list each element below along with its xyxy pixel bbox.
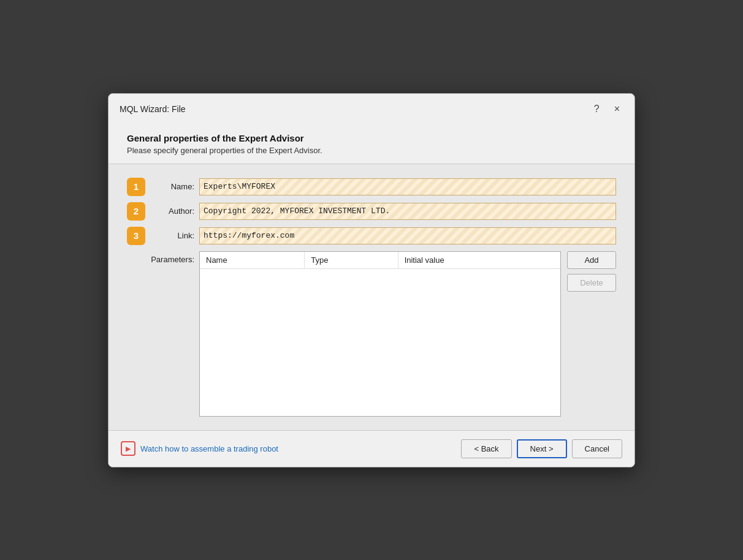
parameters-table-container: Name Type Initial value	[199, 251, 561, 417]
watch-link[interactable]: Watch how to assemble a trading robot	[140, 444, 278, 453]
link-field-row: 3 Link:	[127, 227, 616, 245]
add-button[interactable]: Add	[567, 251, 616, 269]
help-button[interactable]: ?	[590, 102, 603, 116]
next-button[interactable]: Next >	[517, 439, 567, 458]
parameters-table: Name Type Initial value	[200, 252, 560, 269]
header-title: General properties of the Expert Advisor	[127, 133, 616, 143]
step-badge-3: 3	[127, 227, 145, 245]
content-section: 1 Name: 2 Author: 3 Link: Parameters: Na…	[109, 164, 634, 430]
name-input[interactable]	[199, 178, 616, 195]
col-header-name: Name	[200, 252, 305, 269]
cancel-button[interactable]: Cancel	[572, 439, 622, 458]
name-label: Name:	[151, 182, 194, 191]
play-icon: ▶	[126, 445, 131, 453]
title-bar-controls: ? ×	[590, 102, 623, 116]
step-badge-2: 2	[127, 202, 145, 221]
col-header-type: Type	[305, 252, 398, 269]
delete-button[interactable]: Delete	[567, 274, 616, 292]
link-label: Link:	[151, 231, 194, 240]
footer: ▶ Watch how to assemble a trading robot …	[109, 430, 634, 467]
header-section: General properties of the Expert Advisor…	[109, 122, 634, 164]
author-label: Author:	[151, 206, 194, 216]
parameters-label: Parameters:	[127, 251, 194, 264]
author-field-row: 2 Author:	[127, 202, 616, 221]
col-header-initial-value: Initial value	[398, 252, 560, 269]
author-input[interactable]	[199, 203, 616, 220]
parameters-buttons: Add Delete	[567, 251, 616, 292]
mql-wizard-dialog: MQL Wizard: File ? × General properties …	[108, 93, 635, 467]
watch-video-icon: ▶	[121, 441, 135, 456]
name-field-row: 1 Name:	[127, 178, 616, 196]
dialog-title: MQL Wizard: File	[120, 104, 186, 114]
close-button[interactable]: ×	[611, 102, 623, 116]
parameters-row: Parameters: Name Type Initial value Add	[127, 251, 616, 417]
back-button[interactable]: < Back	[461, 439, 511, 458]
header-subtitle: Please specify general properties of the…	[127, 146, 616, 155]
step-badge-1: 1	[127, 178, 145, 196]
title-bar: MQL Wizard: File ? ×	[109, 94, 634, 122]
footer-left: ▶ Watch how to assemble a trading robot	[121, 441, 278, 456]
footer-right: < Back Next > Cancel	[461, 439, 622, 458]
link-input[interactable]	[199, 227, 616, 244]
